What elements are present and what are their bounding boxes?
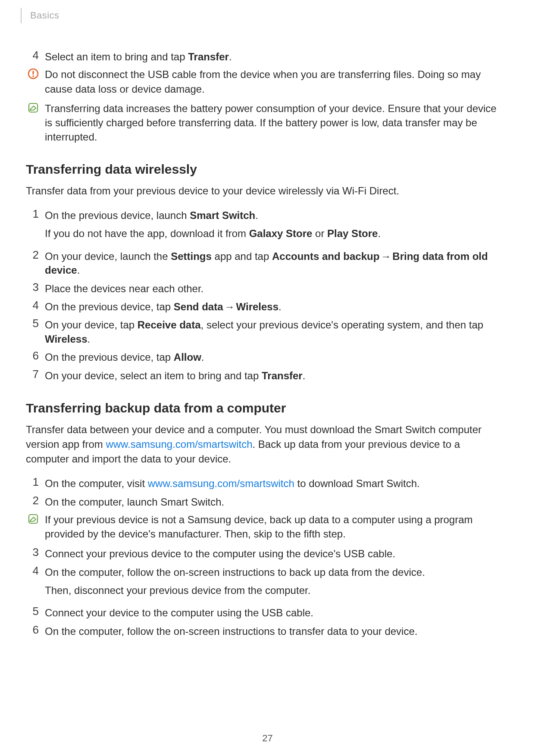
step-number: 3 bbox=[26, 546, 45, 559]
arrow-icon: → bbox=[223, 301, 236, 312]
step-row: 2 On your device, launch the Settings ap… bbox=[26, 249, 505, 278]
link-smartswitch[interactable]: www.samsung.com/smartswitch bbox=[106, 438, 252, 450]
text: On the computer, visit bbox=[45, 478, 148, 489]
callout-note: Transferring data increases the battery … bbox=[26, 101, 505, 144]
text-bold: Allow bbox=[174, 351, 201, 363]
section-intro: Transfer data from your previous device … bbox=[26, 184, 505, 198]
breadcrumb: Basics bbox=[30, 10, 59, 21]
step-row: 1 On the computer, visit www.samsung.com… bbox=[26, 476, 505, 490]
step-number: 1 bbox=[26, 476, 45, 488]
step-row: 4 On the previous device, tap Send data→… bbox=[26, 299, 505, 314]
step-text: Connect your previous device to the comp… bbox=[45, 546, 505, 561]
step-number: 2 bbox=[26, 494, 45, 507]
step-text: On your device, launch the Settings app … bbox=[45, 249, 505, 278]
text-bold: Wireless bbox=[236, 301, 279, 312]
text: If you do not have the app, download it … bbox=[45, 228, 249, 239]
section-heading-computer: Transferring backup data from a computer bbox=[26, 401, 505, 415]
step-text: On your device, select an item to bring … bbox=[45, 368, 505, 383]
page-header: Basics bbox=[21, 8, 505, 23]
text-bold: Settings bbox=[171, 250, 212, 262]
text: On the previous device, launch bbox=[45, 209, 190, 221]
text: . bbox=[77, 264, 80, 276]
step-number: 5 bbox=[26, 605, 45, 618]
text: On your device, select an item to bring … bbox=[45, 370, 262, 381]
step-number: 6 bbox=[26, 624, 45, 636]
step-row: 3 Connect your previous device to the co… bbox=[26, 546, 505, 561]
step-text: On the computer, launch Smart Switch. bbox=[45, 494, 505, 509]
step-text: Select an item to bring and tap Transfer… bbox=[45, 49, 505, 64]
link-smartswitch[interactable]: www.samsung.com/smartswitch bbox=[148, 478, 294, 489]
step-row: 6 On the previous device, tap Allow. bbox=[26, 350, 505, 364]
step-text: On the computer, follow the on-screen in… bbox=[45, 624, 505, 638]
text-bold: Galaxy Store bbox=[249, 228, 313, 239]
text: . bbox=[378, 228, 381, 239]
step-text: On the computer, follow the on-screen in… bbox=[45, 565, 505, 602]
text: Then, disconnect your previous device fr… bbox=[45, 584, 505, 597]
svg-point-2 bbox=[32, 75, 34, 77]
step-text: Place the devices near each other. bbox=[45, 281, 505, 296]
step-text: On the previous device, tap Allow. bbox=[45, 350, 505, 364]
step-number: 7 bbox=[26, 368, 45, 381]
arrow-icon: → bbox=[379, 250, 392, 262]
step-row: 4 On the computer, follow the on-screen … bbox=[26, 565, 505, 602]
text-bold: Send data bbox=[174, 301, 223, 312]
text-bold: Smart Switch bbox=[190, 209, 255, 221]
section-intro: Transfer data between your device and a … bbox=[26, 422, 505, 466]
text: On your device, tap bbox=[45, 319, 138, 331]
step-number: 2 bbox=[26, 249, 45, 261]
section-heading-wireless: Transferring data wirelessly bbox=[26, 162, 505, 177]
text-bold: Receive data bbox=[138, 319, 201, 331]
note-icon bbox=[26, 101, 45, 113]
step-text: On your device, tap Receive data, select… bbox=[45, 317, 505, 346]
manual-page: Basics 4 Select an item to bring and tap… bbox=[0, 0, 535, 756]
step-number: 4 bbox=[26, 565, 45, 577]
text: Select an item to bring and tap bbox=[45, 51, 188, 62]
step-text: On the previous device, tap Send data→Wi… bbox=[45, 299, 505, 314]
step-row: 2 On the computer, launch Smart Switch. bbox=[26, 494, 505, 509]
step-text: On the previous device, launch Smart Swi… bbox=[45, 208, 505, 245]
step-number: 4 bbox=[26, 299, 45, 312]
step-row: 1 On the previous device, launch Smart S… bbox=[26, 208, 505, 245]
page-number: 27 bbox=[0, 733, 535, 744]
step-row: 5 Connect your device to the computer us… bbox=[26, 605, 505, 620]
step-number: 3 bbox=[26, 281, 45, 294]
step-number: 1 bbox=[26, 208, 45, 220]
callout-note: If your previous device is not a Samsung… bbox=[26, 512, 505, 541]
step-row: 3 Place the devices near each other. bbox=[26, 281, 505, 296]
text: . bbox=[278, 301, 282, 312]
warning-text: Do not disconnect the USB cable from the… bbox=[45, 67, 505, 96]
text-bold: Play Store bbox=[327, 228, 378, 239]
text: On the previous device, tap bbox=[45, 301, 174, 312]
step-number: 4 bbox=[26, 49, 45, 62]
step-number: 5 bbox=[26, 317, 45, 330]
text: On the computer, follow the on-screen in… bbox=[45, 565, 505, 579]
svg-rect-1 bbox=[32, 71, 34, 75]
text: . bbox=[303, 370, 306, 381]
step-text: On the computer, visit www.samsung.com/s… bbox=[45, 476, 505, 490]
step-row: 7 On your device, select an item to brin… bbox=[26, 368, 505, 383]
text: app and tap bbox=[212, 250, 272, 262]
text: . bbox=[88, 333, 91, 345]
step-row: 6 On the computer, follow the on-screen … bbox=[26, 624, 505, 638]
note-text: If your previous device is not a Samsung… bbox=[45, 512, 505, 541]
text: to download Smart Switch. bbox=[294, 478, 420, 489]
text: . bbox=[201, 351, 204, 363]
step-number: 6 bbox=[26, 350, 45, 362]
text: On the previous device, tap bbox=[45, 351, 174, 363]
text: or bbox=[312, 228, 327, 239]
text-bold: Transfer bbox=[188, 51, 229, 62]
text: . bbox=[255, 209, 258, 221]
text-bold: Transfer bbox=[262, 370, 303, 381]
note-icon bbox=[26, 512, 45, 525]
step-text: Connect your device to the computer usin… bbox=[45, 605, 505, 620]
warning-icon bbox=[26, 67, 45, 79]
text-bold: Accounts and backup bbox=[272, 250, 379, 262]
callout-warning: Do not disconnect the USB cable from the… bbox=[26, 67, 505, 96]
step-row: 5 On your device, tap Receive data, sele… bbox=[26, 317, 505, 346]
step-row: 4 Select an item to bring and tap Transf… bbox=[26, 49, 505, 64]
text: . bbox=[229, 51, 232, 62]
text: , select your previous device's operatin… bbox=[201, 319, 484, 331]
note-text: Transferring data increases the battery … bbox=[45, 101, 505, 144]
text: On your device, launch the bbox=[45, 250, 171, 262]
text-bold: Wireless bbox=[45, 333, 88, 345]
